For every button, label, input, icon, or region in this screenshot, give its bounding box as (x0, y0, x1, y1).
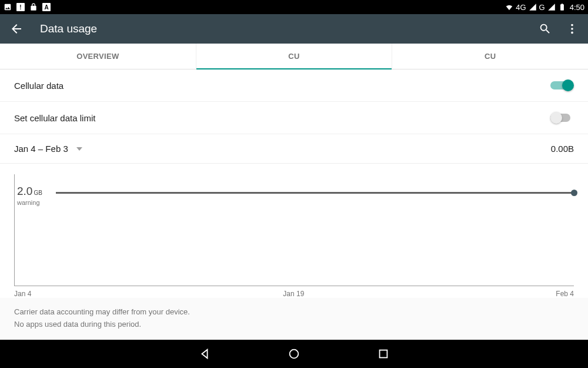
x-tick-start: Jan 4 (14, 290, 31, 298)
page-title: Data usage (40, 22, 97, 35)
no-apps-note: No apps used data during this period. (14, 319, 574, 331)
lock-icon (29, 3, 38, 11)
content-area: Cellular data Set cellular data limit Ja… (0, 69, 588, 340)
chart-x-axis: Jan 4 Jan 19 Feb 4 (14, 286, 574, 298)
android-status-bar: ! A 4G G 4:50 (0, 0, 588, 14)
warning-line: 2.0 GB warning (15, 192, 574, 194)
svg-point-0 (571, 24, 573, 26)
svg-point-3 (290, 350, 299, 359)
x-tick-end: Feb 4 (556, 290, 574, 298)
battery-icon (558, 3, 566, 11)
signal-icon-2 (547, 3, 556, 11)
cellular-data-toggle[interactable] (550, 79, 574, 92)
warning-label: warning (17, 199, 40, 206)
usage-chart: 2.0 GB warning (14, 174, 574, 286)
back-button[interactable] (9, 22, 24, 36)
chevron-down-icon (76, 147, 82, 151)
data-limit-toggle[interactable] (550, 111, 574, 124)
network-label-2: G (539, 3, 545, 12)
period-dropdown[interactable]: Jan 4 – Feb 3 (14, 144, 82, 154)
search-button[interactable] (539, 22, 552, 35)
overflow-menu-button[interactable] (566, 22, 579, 35)
warning-slider-handle[interactable] (571, 190, 577, 196)
svg-point-1 (571, 28, 573, 30)
signal-icon-1 (529, 3, 537, 11)
nav-home-button[interactable] (288, 347, 300, 360)
warning-unit: GB (34, 190, 42, 196)
svg-point-2 (571, 32, 573, 34)
data-limit-row[interactable]: Set cellular data limit (0, 102, 588, 134)
keyboard-icon: A (42, 3, 51, 11)
warning-value: 2.0 (17, 185, 32, 198)
nav-back-button[interactable] (198, 347, 211, 360)
tab-cu-1[interactable]: CU (196, 44, 393, 69)
x-tick-mid: Jan 19 (283, 290, 304, 298)
cellular-data-label: Cellular data (14, 81, 64, 91)
tab-bar: OVERVIEW CU CU (0, 44, 588, 69)
period-row: Jan 4 – Feb 3 0.00B (0, 134, 588, 164)
tab-overview[interactable]: OVERVIEW (0, 44, 196, 69)
period-usage: 0.00B (551, 144, 574, 154)
period-range: Jan 4 – Feb 3 (14, 144, 68, 154)
nav-recents-button[interactable] (377, 347, 390, 360)
data-limit-label: Set cellular data limit (14, 113, 95, 123)
wifi-icon (505, 3, 513, 11)
tab-cu-2[interactable]: CU (392, 44, 588, 69)
footer-notes: Carrier data accounting may differ from … (0, 298, 588, 339)
cellular-data-row[interactable]: Cellular data (0, 69, 588, 102)
carrier-note: Carrier data accounting may differ from … (14, 306, 574, 319)
app-bar: Data usage (0, 14, 588, 44)
clock: 4:50 (570, 3, 584, 12)
svg-rect-4 (380, 350, 387, 358)
image-icon (4, 3, 12, 11)
network-label-1: 4G (516, 3, 526, 12)
android-nav-bar (0, 340, 588, 368)
usage-chart-container: 2.0 GB warning Jan 4 Jan 19 Feb 4 (0, 164, 588, 298)
alert-icon: ! (16, 3, 25, 11)
